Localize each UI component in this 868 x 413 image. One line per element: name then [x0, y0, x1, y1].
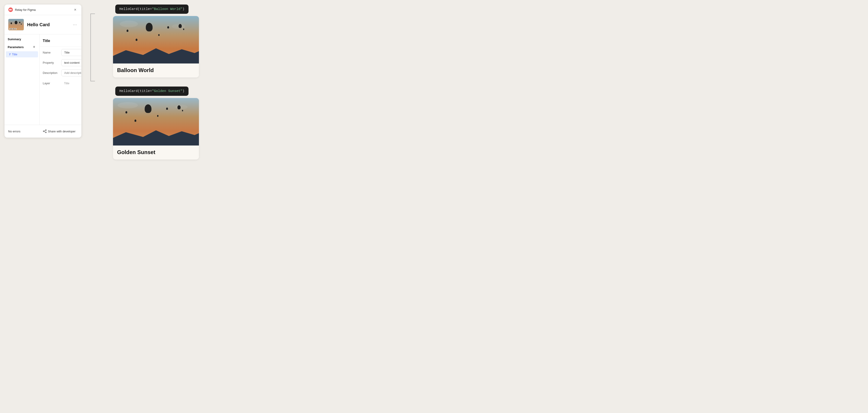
balloon-tiny-2 [183, 29, 184, 30]
card-balloon-world: HelloCard(title="Balloon World") [113, 4, 199, 77]
cards-area: HelloCard(title="Balloon World") [104, 0, 868, 164]
card1-tooltip-close: ) [182, 7, 184, 11]
card1-tooltip-str: "Balloon World" [152, 7, 182, 11]
card2-code-tooltip: HelloCard(title="Golden Sunset") [115, 87, 188, 96]
param-title-item[interactable]: T Title [6, 51, 38, 57]
app-name-label: Relay for Figma [15, 8, 36, 11]
parameters-label: Parameters [8, 45, 24, 49]
detail-form: Name Property text-content Description [39, 47, 81, 89]
parameters-header: Parameters + [4, 43, 39, 51]
balloon-small-2 [167, 26, 169, 29]
balloon-large [146, 23, 153, 31]
detail-title: Title [43, 39, 50, 43]
component-name: Hello Card [27, 22, 69, 27]
card2-tooltip-fn: HelloCard(title= [119, 89, 152, 93]
bracket-connector [88, 13, 97, 81]
balloon-large-2 [145, 104, 151, 113]
component-more-button[interactable]: ⋯ [72, 21, 78, 28]
property-select[interactable]: text-content [61, 59, 81, 66]
add-parameter-button[interactable]: + [32, 44, 36, 50]
card1-code-tooltip: HelloCard(title="Balloon World") [115, 4, 188, 14]
card2-scene [113, 98, 199, 146]
svg-point-10 [45, 130, 46, 131]
property-label: Property [43, 61, 59, 64]
balloon-medium-1 [179, 24, 182, 28]
description-row: Description [43, 69, 81, 76]
param-name-label: Title [12, 53, 18, 56]
svg-line-13 [44, 130, 45, 131]
card1-scene [113, 16, 199, 63]
panel-footer: No errors Share with developer [4, 125, 81, 137]
description-label: Description [43, 71, 59, 74]
component-thumbnail: Hello World [8, 19, 24, 31]
name-input[interactable] [61, 49, 81, 56]
name-label: Name [43, 51, 59, 54]
svg-point-11 [43, 131, 44, 132]
no-errors-label: No errors [8, 130, 20, 133]
name-row: Name [43, 49, 81, 56]
share-with-developer-button[interactable]: Share with developer [41, 128, 78, 134]
description-input[interactable] [61, 69, 81, 76]
card2-tooltip-str: "Golden Sunset" [152, 89, 182, 93]
balloon-tiny-3 [135, 39, 137, 41]
panel-header-left: Relay for Figma [8, 7, 36, 12]
card2-tooltip-close: ) [182, 89, 184, 93]
relay-logo-icon [8, 7, 13, 12]
component-card: Hello World Hello Card ⋯ [4, 15, 81, 34]
card1-tooltip-fn: HelloCard(title= [119, 7, 152, 11]
preview-card-2: Golden Sunset [113, 98, 199, 159]
card2-image [113, 98, 199, 146]
layer-label: Layer [43, 82, 59, 85]
balloon-small-4 [166, 107, 168, 110]
balloon-medium-2 [178, 105, 181, 109]
detail-column: Title Name Property [39, 34, 81, 125]
layer-value: Title [61, 82, 81, 85]
share-button-label: Share with developer [48, 130, 75, 133]
panel-body: Summary Parameters + T Title Title [4, 34, 81, 125]
detail-header: Title [39, 34, 81, 47]
balloon-tiny-6 [134, 120, 136, 122]
thumbnail-label: Hello World [9, 28, 17, 30]
svg-point-2 [11, 9, 12, 11]
summary-tab[interactable]: Summary [4, 34, 39, 43]
card2-content: Golden Sunset [113, 146, 199, 159]
balloon-small-1 [127, 30, 128, 32]
balloon-tiny-5 [182, 110, 183, 112]
main-panel: Relay for Figma × Hello World Hello Card… [4, 4, 81, 137]
share-icon [43, 129, 46, 133]
card1-content: Balloon World [113, 63, 199, 77]
svg-line-14 [44, 131, 45, 132]
preview-card-1: Balloon World [113, 16, 199, 77]
svg-point-1 [9, 9, 11, 11]
balloon-tiny-1 [158, 34, 160, 36]
close-button[interactable]: × [72, 7, 78, 12]
property-row: Property text-content [43, 59, 81, 66]
balloon-tiny-4 [157, 115, 158, 117]
card2-title: Golden Sunset [117, 149, 195, 155]
card1-image [113, 16, 199, 63]
balloon-small-3 [125, 111, 127, 114]
panel-header: Relay for Figma × [4, 4, 81, 15]
param-type-icon: T [9, 53, 11, 56]
property-value: text-content [64, 61, 80, 64]
card-golden-sunset: HelloCard(title="Golden Sunset") [113, 87, 199, 159]
card1-title: Balloon World [117, 67, 195, 73]
layer-row: Layer Title [43, 80, 81, 87]
sidebar-column: Summary Parameters + T Title [4, 34, 39, 125]
svg-point-12 [45, 132, 46, 133]
connector-area [81, 0, 104, 81]
